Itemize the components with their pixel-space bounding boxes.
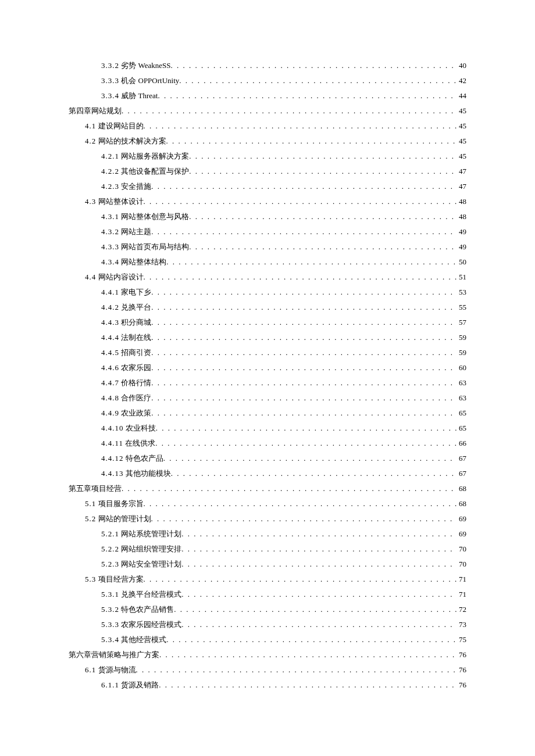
toc-entry-page: 49 (456, 224, 466, 239)
toc-entry[interactable]: 6.1 货源与物流 76 (69, 662, 466, 678)
toc-entry-label: 4.4.1 家电下乡 (101, 285, 151, 300)
toc-entry[interactable]: 5.3 项目经营方案 71 (69, 572, 466, 587)
toc-entry[interactable]: 4.4.10 农业科技 65 (69, 421, 466, 436)
toc-entry[interactable]: 5.3.3 农家乐园经营模式 73 (69, 617, 466, 632)
toc-entry-label: 4.2 网站的技术解决方案 (85, 134, 166, 149)
toc-entry[interactable]: 4.3.4 网站整体结构 50 (69, 255, 466, 270)
toc-entry-title: 网站组织管理安排 (119, 544, 181, 553)
toc-entry-label: 5.2.1 网站系统管理计划 (101, 526, 181, 542)
toc-entry[interactable]: 4.4.9 农业政策 65 (69, 406, 466, 421)
toc-entry-number: 4.3.1 (101, 212, 119, 221)
toc-entry-title: 兑换平台 (119, 303, 151, 311)
toc-entry[interactable]: 4.4.13 其他功能模块 67 (69, 466, 466, 481)
toc-entry[interactable]: 4.4.11 在线供求 66 (69, 436, 466, 451)
toc-entry[interactable]: 3.3.4 威胁 Threat 44 (69, 88, 466, 103)
toc-leader-dots (189, 149, 456, 164)
toc-entry[interactable]: 4.2.3 安全措施 47 (69, 179, 466, 194)
toc-entry[interactable]: 5.3.2 特色农产品销售 72 (69, 602, 466, 617)
toc-entry[interactable]: 3.3.2 劣势 WeakneSS 40 (69, 58, 466, 73)
toc-entry-title: 网站主题 (119, 227, 151, 236)
toc-entry[interactable]: 3.3.3 机会 OPPOrtUnity 42 (69, 73, 466, 88)
toc-entry-page: 68 (456, 481, 466, 496)
toc-entry[interactable]: 4.4.7 价格行情 63 (69, 375, 466, 390)
toc-entry-page: 76 (456, 662, 466, 678)
toc-entry[interactable]: 4.4.8 合作医疗 63 (69, 390, 466, 406)
toc-entry[interactable]: 4.4.2 兑换平台 55 (69, 300, 466, 315)
toc-entry-page: 71 (456, 572, 466, 587)
toc-entry[interactable]: 4.4.4 法制在线 59 (69, 330, 466, 345)
toc-entry[interactable]: 5.2.2 网站组织管理安排 70 (69, 542, 466, 557)
toc-entry[interactable]: 4.4.6 农家乐园 60 (69, 360, 466, 375)
toc-entry-title: 货源与物流 (96, 665, 135, 674)
toc-entry-number: 4.1 (85, 121, 96, 130)
toc-entry-title: 价格行情 (119, 378, 151, 387)
toc-leader-dots (181, 526, 456, 542)
toc-entry-number: 3.3.4 (101, 91, 119, 100)
toc-entry-number: 4.4 (85, 273, 96, 281)
toc-entry[interactable]: 第五章项目经营 68 (69, 481, 466, 496)
toc-entry[interactable]: 4.2 网站的技术解决方案 45 (69, 134, 466, 149)
toc-leader-dots (151, 360, 456, 375)
toc-entry[interactable]: 4.2.1 网站服务器解决方案 45 (69, 149, 466, 164)
toc-entry-page: 66 (456, 436, 466, 451)
toc-entry[interactable]: 4.3.1 网站整体创意与风格 48 (69, 209, 466, 224)
toc-entry[interactable]: 4.1 建设网站目的 45 (69, 119, 466, 134)
toc-entry-number: 4.4.1 (101, 288, 119, 296)
toc-entry-page: 63 (456, 375, 466, 390)
toc-entry-page: 70 (456, 542, 466, 557)
toc-entry-label: 4.4.6 农家乐园 (101, 360, 151, 375)
toc-entry[interactable]: 5.1 项目服务宗旨 68 (69, 496, 466, 511)
toc-entry-title: 网站整体创意与风格 (119, 212, 189, 221)
toc-entry-number: 4.4.6 (101, 363, 119, 372)
toc-leader-dots (151, 330, 456, 345)
toc-entry[interactable]: 4.4.12 特色农产品 67 (69, 451, 466, 466)
toc-entry[interactable]: 4.3 网站整体设计 48 (69, 194, 466, 209)
toc-leader-dots (158, 88, 456, 103)
toc-entry-number: 5.2.3 (101, 560, 119, 568)
toc-entry-title: 网站内容设计 (96, 273, 143, 281)
toc-entry-title: 特色农产品 (124, 454, 163, 463)
toc-entry-number: 4.4.7 (101, 378, 119, 387)
toc-entry[interactable]: 5.2.3 网站安全管理计划 70 (69, 557, 466, 572)
toc-entry-number: 4.4.4 (101, 333, 119, 342)
toc-entry[interactable]: 4.4.1 家电下乡 53 (69, 285, 466, 300)
toc-entry-title: 网站系统管理计划 (119, 529, 181, 538)
toc-entry-label: 5.3.4 其他经营模式 (101, 632, 166, 647)
toc-entry-label: 5.3.2 特色农产品销售 (101, 602, 174, 617)
toc-entry[interactable]: 4.2.2 其他设备配置与保护 47 (69, 164, 466, 179)
toc-entry-title: 积分商城 (119, 318, 151, 327)
toc-entry-title: 网站整体设计 (96, 197, 143, 206)
toc-entry[interactable]: 4.4.5 招商引资 59 (69, 345, 466, 360)
toc-entry-label: 第四章网站规划 (69, 103, 122, 119)
toc-entry-label: 第五章项目经营 (69, 481, 122, 496)
toc-entry[interactable]: 4.3.2 网站主题 49 (69, 224, 466, 239)
toc-entry[interactable]: 4.4.3 积分商城 57 (69, 315, 466, 330)
toc-leader-dots (159, 678, 456, 693)
toc-entry[interactable]: 6.1.1 货源及销路 76 (69, 678, 466, 693)
toc-entry[interactable]: 5.3.1 兑换平台经营模式 71 (69, 587, 466, 602)
toc-leader-dots (144, 194, 457, 209)
toc-entry-title: 农家乐园经营模式 (119, 620, 181, 629)
toc-entry[interactable]: 第四章网站规划 45 (69, 103, 466, 119)
toc-entry-label: 3.3.3 机会 OPPOrtUnity (101, 73, 179, 88)
toc-entry[interactable]: 5.2.1 网站系统管理计划 69 (69, 526, 466, 542)
toc-entry-title: 招商引资 (119, 348, 151, 357)
toc-entry[interactable]: 5.2 网站的管理计划 69 (69, 511, 466, 526)
toc-entry[interactable]: 5.3.4 其他经营模式 75 (69, 632, 466, 647)
toc-list: 3.3.2 劣势 WeakneSS 403.3.3 机会 OPPOrtUnity… (69, 58, 466, 693)
toc-leader-dots (151, 511, 457, 526)
toc-entry-number: 4.3 (85, 197, 96, 206)
toc-entry-page: 75 (456, 632, 466, 647)
toc-leader-dots (122, 481, 456, 496)
toc-entry[interactable]: 4.4 网站内容设计 51 (69, 270, 466, 285)
toc-page: 3.3.2 劣势 WeakneSS 403.3.3 机会 OPPOrtUnity… (0, 0, 535, 751)
toc-entry[interactable]: 第六章营销策略与推广方案 76 (69, 647, 466, 662)
toc-leader-dots (151, 315, 456, 330)
toc-entry-label: 5.3.3 农家乐园经营模式 (101, 617, 181, 632)
toc-entry[interactable]: 4.3.3 网站首页布局与结构 49 (69, 239, 466, 255)
toc-entry-number: 5.3.1 (101, 590, 119, 599)
toc-entry-page: 44 (456, 88, 466, 103)
toc-leader-dots (151, 406, 456, 421)
toc-entry-page: 76 (456, 647, 466, 662)
toc-entry-page: 57 (456, 315, 466, 330)
